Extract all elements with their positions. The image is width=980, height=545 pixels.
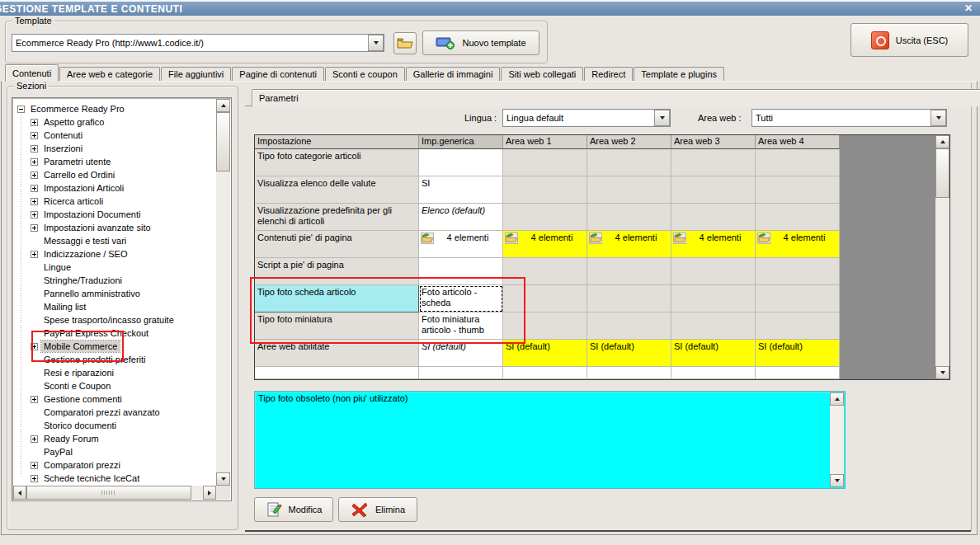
expand-plus-icon[interactable] xyxy=(31,251,38,258)
area-web-3-cell[interactable] xyxy=(671,285,756,312)
main-tab-file-aggiuntivi[interactable]: File aggiuntivi xyxy=(161,67,231,82)
expand-plus-icon[interactable] xyxy=(31,343,38,350)
expand-plus-icon[interactable] xyxy=(31,435,38,443)
setting-label-cell[interactable]: Contenuti pie' di pagina xyxy=(255,231,419,258)
tree-item-resi-e-riparazioni[interactable]: Resi e riparazioni xyxy=(31,366,116,379)
main-tab-pagine-di-contenuti[interactable]: Pagine di contenuti xyxy=(232,67,324,82)
area-web-4-cell[interactable] xyxy=(756,312,840,340)
main-tab-gallerie-di-immagini[interactable]: Gallerie di immagini xyxy=(406,67,501,82)
imp-generica-cell[interactable]: 4 elementi xyxy=(419,231,503,258)
imp-generica-cell[interactable] xyxy=(419,258,503,285)
imp-generica-cell[interactable]: Foto articolo - scheda xyxy=(419,285,503,312)
expand-plus-icon[interactable] xyxy=(31,475,38,482)
tree-item-paypal-express-checkout[interactable]: PayPal Express Checkout xyxy=(31,327,151,340)
main-tab-template-e-plugins[interactable]: Template e plugins xyxy=(634,67,724,82)
scroll-down-button[interactable] xyxy=(216,472,230,486)
tree-item-comparatori-prezzi-avanzato[interactable]: Comparatori prezzi avanzato xyxy=(31,406,163,419)
tree-item-stringhe-traduzioni[interactable]: Stringhe/Traduzioni xyxy=(31,274,125,287)
tree-item-mobile-commerce[interactable]: Mobile Commerce xyxy=(31,340,120,353)
area-web-4-cell[interactable] xyxy=(756,204,840,231)
setting-label-cell[interactable]: Tipo foto scheda articolo xyxy=(255,285,419,312)
scroll-up-button[interactable] xyxy=(830,392,844,406)
tree-item-parametri-utente[interactable]: Parametri utente xyxy=(31,155,113,168)
exit-button[interactable]: Uscita (ESC) xyxy=(850,23,968,57)
main-tab-aree-web-e-categorie[interactable]: Aree web e categorie xyxy=(59,67,160,82)
expand-plus-icon[interactable] xyxy=(31,145,38,153)
imp-generica-cell[interactable]: Elenco (default) xyxy=(419,204,503,231)
tree-item-aspetto-grafico[interactable]: Aspetto grafico xyxy=(31,115,106,129)
grid-column-header-area-web-3[interactable]: Area web 3 xyxy=(671,135,756,149)
tree-item-spese-trasporto-incasso-gratuite[interactable]: Spese trasporto/incasso gratuite xyxy=(31,313,177,327)
collapse-minus-icon[interactable] xyxy=(17,106,25,113)
modify-button[interactable]: Modifica xyxy=(254,497,333,522)
imp-generica-cell[interactable]: SI xyxy=(419,176,503,204)
main-tab-sconti-e-coupon[interactable]: Sconti e coupon xyxy=(325,67,405,82)
expand-plus-icon[interactable] xyxy=(31,132,38,139)
area-web-3-cell[interactable] xyxy=(671,176,756,204)
tree-item-ready-forum[interactable]: Ready Forum xyxy=(31,432,101,445)
area-web-1-cell[interactable] xyxy=(503,258,587,285)
imp-generica-cell[interactable]: SI (default) xyxy=(419,340,503,367)
area-web-4-cell[interactable] xyxy=(756,285,840,312)
main-tab-redirect[interactable]: Redirect xyxy=(584,67,633,82)
area-web-3-cell[interactable] xyxy=(671,312,756,340)
area-web-3-cell[interactable]: SI (default) xyxy=(671,340,756,367)
new-template-button[interactable]: Nuovo template xyxy=(422,31,539,55)
area-web-2-cell[interactable]: 4 elementi xyxy=(587,231,671,258)
area-web-3-cell[interactable] xyxy=(671,149,756,176)
tree-item-messaggi-e-testi-vari[interactable]: Messaggi e testi vari xyxy=(31,234,129,247)
expand-plus-icon[interactable] xyxy=(31,224,38,232)
grid-column-header-area-web-1[interactable]: Area web 1 xyxy=(503,135,587,149)
main-tab-contenuti[interactable]: Contenuti xyxy=(5,64,59,82)
tree-item-mailing-list[interactable]: Mailing list xyxy=(31,300,88,313)
template-combobox[interactable]: Ecommerce Ready Pro (http://www1.codice.… xyxy=(12,34,384,52)
area-web-4-cell[interactable] xyxy=(756,149,840,176)
area-web-4-cell[interactable]: SI (default) xyxy=(756,340,840,367)
tree-item-schede-tecniche-icecat[interactable]: Schede tecniche IceCat xyxy=(31,472,142,485)
main-tab-siti-web-collegati[interactable]: Siti web collegati xyxy=(501,67,583,82)
delete-button[interactable]: Elimina xyxy=(338,497,417,522)
area-web-1-cell[interactable] xyxy=(503,176,587,204)
tree-item-lingue[interactable]: Lingue xyxy=(31,261,73,274)
tree-item-impostazioni-documenti[interactable]: Impostazioni Documenti xyxy=(31,208,143,221)
area-web-2-cell[interactable] xyxy=(587,204,671,231)
tree-item-paypal[interactable]: PayPal xyxy=(31,445,75,458)
area-web-4-cell[interactable] xyxy=(756,258,840,285)
area-web-2-cell[interactable] xyxy=(587,176,671,204)
expand-plus-icon[interactable] xyxy=(31,158,38,166)
scroll-right-button[interactable] xyxy=(203,486,216,500)
area-web-2-cell[interactable] xyxy=(587,312,671,340)
area-web-1-cell[interactable]: SI (default) xyxy=(503,340,587,367)
tree-item-carrello-ed-ordini[interactable]: Carrello ed Ordini xyxy=(31,168,117,181)
tree-item-ecommerce-ready-pro[interactable]: Ecommerce Ready Pro xyxy=(17,102,127,115)
expand-plus-icon[interactable] xyxy=(31,462,38,469)
area-web-combobox[interactable]: Tutti xyxy=(751,109,947,127)
area-web-1-cell[interactable] xyxy=(503,149,587,176)
area-web-4-cell[interactable] xyxy=(756,176,840,204)
tree-item-gestione-prodotti-preferiti[interactable]: Gestione prodotti preferiti xyxy=(31,353,148,366)
area-web-3-cell[interactable] xyxy=(671,204,756,231)
setting-label-cell[interactable]: Script a pie' di pagina xyxy=(255,258,419,285)
tree-vertical-scrollbar[interactable] xyxy=(216,99,230,486)
tab-parametri[interactable]: Parametri xyxy=(252,89,980,106)
scroll-down-button[interactable] xyxy=(935,366,949,379)
scroll-left-button[interactable] xyxy=(13,486,26,500)
tree-item-indicizzazione-seo[interactable]: Indicizzazione / SEO xyxy=(31,247,130,261)
scrollbar-thumb[interactable] xyxy=(935,148,949,198)
grid-column-header-impostazione[interactable]: Impostazione xyxy=(255,135,419,149)
tree-item-pannello-amministrativo[interactable]: Pannello amministrativo xyxy=(31,287,143,300)
tree-item-impostazioni-articoli[interactable]: Impostazioni Articoli xyxy=(31,181,126,195)
grid-vertical-scrollbar[interactable] xyxy=(935,135,949,379)
expand-plus-icon[interactable] xyxy=(31,185,38,192)
setting-label-cell[interactable]: Visualizza elenco delle valute xyxy=(255,176,419,204)
setting-label-cell[interactable]: Visualizzazione predefinita per gli elen… xyxy=(255,204,419,231)
lingua-combobox[interactable]: Lingua default xyxy=(502,109,671,127)
grid-column-header-area-web-4[interactable]: Area web 4 xyxy=(756,135,840,149)
grid-column-header-area-web-2[interactable]: Area web 2 xyxy=(587,135,671,149)
scroll-down-button[interactable] xyxy=(830,474,844,487)
imp-generica-cell[interactable] xyxy=(419,149,503,176)
setting-label-cell[interactable]: Aree web abilitate xyxy=(255,340,419,367)
area-web-3-cell[interactable] xyxy=(671,258,756,285)
area-web-2-cell[interactable]: SI (default) xyxy=(587,340,671,367)
lingua-combobox-dropdown-button[interactable] xyxy=(654,110,670,126)
